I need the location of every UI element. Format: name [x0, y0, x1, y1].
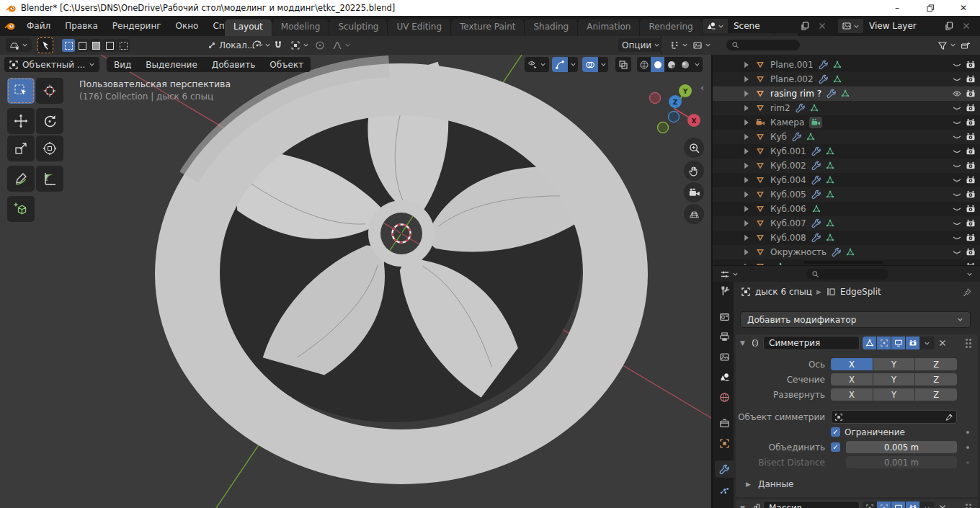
properties-tab-collection[interactable] — [715, 414, 734, 432]
eye-closed-icon[interactable] — [952, 161, 962, 171]
outliner-row[interactable]: Куб.005 — [713, 187, 980, 202]
select-mode-extend[interactable] — [76, 39, 89, 52]
eye-closed-icon[interactable] — [952, 233, 962, 243]
expand-arrow[interactable] — [741, 247, 752, 257]
eye-closed-icon[interactable] — [952, 175, 962, 185]
realtime-toggle[interactable] — [891, 502, 906, 508]
view-layer-name[interactable]: View Layer — [863, 19, 940, 33]
object-name[interactable]: Plane.001 — [770, 60, 814, 70]
mode-dropdown[interactable]: Объектный ... — [4, 57, 99, 72]
scale-tool[interactable] — [7, 135, 35, 161]
viewport-menu-добавить[interactable]: Добавить — [205, 57, 262, 72]
delete-modifier-button[interactable] — [937, 503, 948, 508]
expand-arrow[interactable] — [741, 262, 752, 265]
menu-0[interactable]: Файл — [20, 19, 57, 33]
object-name[interactable]: Куб.004 — [770, 175, 806, 185]
scene-copy-button[interactable] — [796, 19, 814, 33]
axis-z-button[interactable]: Z — [915, 358, 957, 370]
on-cage-toggle[interactable] — [863, 337, 877, 349]
view-layer-type-button[interactable] — [838, 19, 863, 33]
add-modifier-button[interactable]: Добавить модификатор — [740, 311, 971, 328]
xray-toggle[interactable] — [615, 57, 631, 72]
modifier-name-field[interactable]: Массив — [763, 501, 860, 508]
properties-tab-object[interactable] — [715, 435, 734, 452]
proportional-falloff-dropdown[interactable] — [329, 38, 355, 52]
outliner-display-mode-dropdown[interactable] — [689, 38, 715, 52]
merge-checkbox[interactable]: ✓ — [831, 442, 840, 452]
workspace-tab-shading[interactable]: Shading — [525, 19, 577, 36]
camera-view-button[interactable] — [684, 182, 704, 202]
expand-arrow[interactable] — [741, 89, 752, 99]
properties-tab-tool[interactable] — [715, 282, 734, 299]
breadcrumb-object[interactable]: дыск 6 спыц — [755, 287, 812, 297]
properties-editor-type-button[interactable] — [716, 267, 742, 281]
render-visibility-icon[interactable] — [966, 74, 976, 84]
merge-threshold-field[interactable]: 0.005 m — [846, 441, 957, 453]
outliner-row[interactable]: Куб — [713, 130, 980, 144]
object-name[interactable]: rim2 — [770, 103, 790, 113]
object-name[interactable]: Куб.006 — [770, 204, 806, 214]
object-name[interactable]: Куб — [770, 132, 787, 142]
modifier-extras-dropdown[interactable] — [920, 337, 935, 349]
object-name[interactable]: Plane.002 — [770, 74, 814, 84]
expand-arrow[interactable] — [741, 204, 752, 214]
cursor-tool[interactable] — [36, 78, 63, 104]
eye-closed-icon[interactable] — [952, 247, 962, 257]
sidebar-collapse-arrow[interactable]: ‹ — [700, 82, 704, 93]
shading-wireframe-button[interactable] — [637, 57, 651, 72]
measure-tool[interactable] — [36, 166, 63, 192]
scene-unlink-button[interactable] — [814, 19, 831, 33]
eye-closed-icon[interactable] — [952, 146, 962, 156]
on-cage-toggle[interactable] — [863, 502, 877, 508]
expand-arrow[interactable] — [741, 218, 752, 228]
shading-options-dropdown[interactable] — [692, 57, 703, 72]
outliner-filter-dropdown[interactable] — [934, 38, 960, 52]
eye-closed-icon[interactable] — [952, 117, 962, 128]
show-gizmo-toggle[interactable] — [552, 57, 568, 72]
modifier-extras-dropdown[interactable] — [920, 502, 935, 508]
expand-arrow[interactable] — [741, 117, 752, 128]
expand-arrow[interactable] — [741, 190, 752, 200]
object-name[interactable]: Куб.007 — [770, 218, 806, 228]
workspace-tab-modeling[interactable]: Modeling — [272, 19, 329, 36]
workspace-tab-uv-editing[interactable]: UV Editing — [388, 19, 450, 36]
object-name[interactable]: Камера — [770, 117, 804, 128]
properties-tab-view-layer[interactable] — [715, 348, 734, 365]
outliner-row[interactable]: Куб.002 — [713, 159, 980, 173]
expand-arrow[interactable] — [741, 161, 752, 171]
outliner-row[interactable]: Куб.007 — [713, 216, 980, 231]
gizmo-options-dropdown[interactable] — [568, 57, 578, 72]
properties-tab-particles[interactable] — [715, 481, 734, 498]
snap-toggle[interactable] — [271, 38, 285, 52]
workspace-tab-sculpting[interactable]: Sculpting — [329, 19, 387, 36]
view-layer-copy-button[interactable] — [940, 19, 958, 33]
render-visibility-icon[interactable] — [966, 132, 976, 142]
outliner-editor-type-button[interactable] — [666, 38, 692, 52]
eye-closed-icon[interactable] — [952, 132, 962, 142]
new-collection-button[interactable] — [958, 38, 973, 52]
render-visibility-icon[interactable] — [966, 262, 976, 265]
outliner-row[interactable]: Plane.002 — [713, 72, 980, 86]
properties-tab-scene[interactable] — [715, 368, 734, 386]
show-object-types-dropdown[interactable] — [525, 57, 549, 72]
workspace-tab-animation[interactable]: Animation — [578, 19, 639, 36]
properties-tab-output[interactable] — [715, 328, 734, 345]
render-visibility-icon[interactable] — [966, 60, 976, 70]
mirror-object-field[interactable] — [831, 410, 957, 424]
object-name[interactable]: Куб.008 — [770, 233, 806, 243]
outliner-row[interactable]: Куб.004 — [713, 173, 980, 187]
eye-closed-icon[interactable] — [952, 204, 962, 214]
close-button[interactable]: ✕ — [947, 0, 980, 16]
outliner-row[interactable]: Куб.008 — [713, 231, 980, 245]
perspective-toggle-button[interactable] — [684, 204, 704, 224]
eye-closed-icon[interactable] — [952, 190, 962, 200]
outliner-search-input[interactable] — [726, 40, 800, 50]
render-visibility-icon[interactable] — [966, 89, 976, 99]
render-visibility-icon[interactable] — [966, 103, 976, 113]
workspace-tab-rendering[interactable]: Rendering — [640, 19, 701, 36]
select-mode-intersect[interactable] — [117, 39, 130, 52]
workspace-tab-layout[interactable]: Layout — [225, 19, 272, 36]
add-cube-tool[interactable] — [7, 196, 35, 222]
scene-type-button[interactable] — [703, 19, 728, 33]
show-overlays-toggle[interactable] — [582, 57, 598, 72]
